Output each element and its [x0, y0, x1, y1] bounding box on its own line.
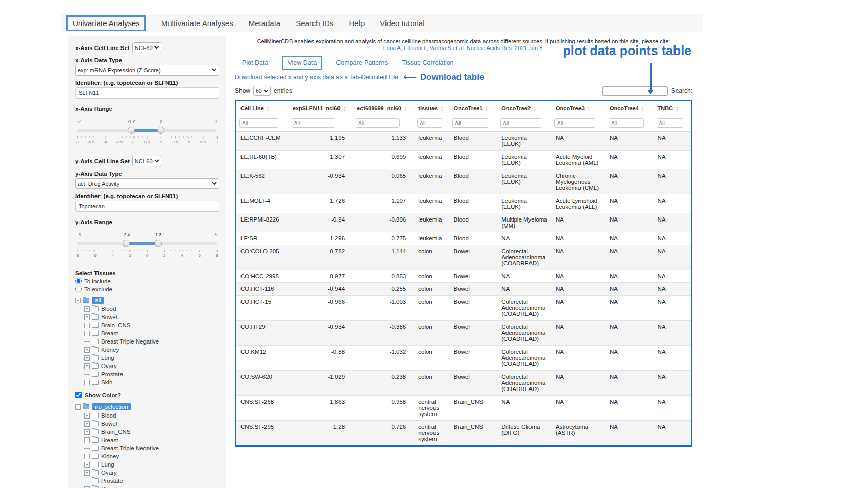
slider-handle-to[interactable] [155, 240, 162, 247]
x-range-slider[interactable]: -78-1.22-7-5.5-4-2.5-10.523.556.58 [77, 119, 217, 148]
tab-tissue-correlation[interactable]: Tissue Correlation [402, 59, 454, 66]
table-row[interactable]: LE:K-562-0.9340.065leukemiaBloodLeukemia… [236, 169, 691, 194]
column-filter-input[interactable] [657, 118, 683, 128]
tree-expand-icon[interactable]: + [84, 355, 90, 361]
tree-root-label[interactable]: no_selection [92, 403, 131, 410]
tree-item-lung[interactable]: +Lung [84, 355, 219, 361]
column-header-oncotree3[interactable]: OncoTree3▲▼ [551, 101, 606, 116]
show-color-checkbox[interactable]: Show Color? [75, 392, 219, 398]
tree-item-brain_cns[interactable]: +Brain_CNS [84, 429, 219, 435]
sort-icon[interactable]: ▲▼ [533, 106, 536, 112]
column-filter-input[interactable] [356, 118, 400, 128]
table-row[interactable]: LE:CCRF-CEM1.1951.133leukemiaBloodLeukem… [236, 132, 691, 151]
column-header-oncotree2[interactable]: OncoTree2▲▼ [497, 101, 551, 116]
tree-item-prostate[interactable]: Prostate [84, 478, 219, 484]
tree-expand-icon[interactable]: + [84, 314, 90, 320]
entries-select[interactable]: 60 [253, 86, 271, 96]
table-row[interactable]: LE:RPMI-8226-0.94-0.806leukemiaBloodMult… [236, 213, 691, 232]
sort-icon[interactable]: ▲▼ [343, 106, 346, 112]
tree-item-blood[interactable]: +Blood [84, 306, 219, 312]
table-row[interactable]: CO:HCT-15-0.966-1.003colonBowelColorecta… [236, 296, 691, 321]
table-row[interactable]: CO:HCT-116-0.9440.255colonBowelNANANANA [236, 283, 691, 296]
sort-icon[interactable]: ▲▼ [404, 106, 407, 112]
table-row[interactable]: LE:HL-60(TB)1.3070.699leukemiaBloodLeuke… [236, 151, 691, 169]
tree-item-skin[interactable]: +Skin [84, 486, 219, 488]
table-search-input[interactable] [602, 86, 668, 96]
sort-icon[interactable]: ▲▼ [641, 106, 644, 112]
column-header-oncotree1[interactable]: OncoTree1▲▼ [449, 101, 497, 116]
tree-root-label[interactable]: all [92, 297, 104, 304]
column-filter-input[interactable] [500, 118, 541, 128]
table-row[interactable]: CO:HCC-2998-0.977-0.853colonBowelNANANAN… [236, 270, 691, 283]
column-header-oncotree4[interactable]: OncoTree4▲▼ [606, 101, 654, 116]
table-row[interactable]: CNS:SF-2681.8630.958central nervous syst… [236, 396, 691, 421]
tree-item-ovary[interactable]: +Ovary [84, 363, 219, 369]
column-header-tissues[interactable]: tissues▲▼ [414, 101, 449, 116]
column-filter-input[interactable] [554, 118, 595, 128]
tree-item-breast-triple-negative[interactable]: Breast Triple Negative [84, 338, 219, 345]
sort-icon[interactable]: ▲▼ [485, 106, 488, 112]
citation-link[interactable]: Luna A, Elloumi F, Varma S et al. Nuclei… [383, 45, 544, 51]
tree-expand-icon[interactable]: + [84, 347, 90, 353]
tree-collapse-icon[interactable]: − [75, 404, 81, 410]
slider-handle-from[interactable] [123, 240, 130, 247]
tree-expand-icon[interactable]: + [84, 462, 90, 468]
x-identifier-input[interactable] [75, 87, 219, 99]
tree-expand-icon[interactable]: + [84, 331, 90, 336]
tree-expand-icon[interactable]: + [84, 486, 90, 488]
slider-handle-from[interactable] [128, 127, 135, 134]
tree-collapse-icon[interactable]: − [75, 298, 81, 303]
download-link[interactable]: Download selected x and y axis data as a… [235, 74, 398, 81]
tree-item-kidney[interactable]: +Kidney [84, 453, 219, 459]
y-data-type-select[interactable]: act: Drug Activity [75, 178, 219, 189]
sort-icon[interactable]: ▲▼ [587, 106, 590, 112]
tree-item-ovary[interactable]: +Ovary [84, 470, 219, 476]
sort-icon[interactable]: ▲▼ [267, 106, 270, 112]
column-header-tnbc[interactable]: TNBC▲▼ [654, 101, 691, 116]
slider-range-bar[interactable] [126, 242, 158, 245]
slider-range-bar[interactable] [131, 129, 161, 132]
exclude-radio-input[interactable] [75, 286, 82, 292]
tree-item-breast-triple-negative[interactable]: Breast Triple Negative [84, 445, 219, 451]
sort-icon[interactable]: ▲▼ [440, 106, 443, 112]
tree-item-prostate[interactable]: Prostate [84, 371, 219, 377]
tree-expand-icon[interactable]: + [84, 413, 90, 419]
tree-expand-icon[interactable]: + [84, 421, 90, 427]
nav-item-search-ids[interactable]: Search IDs [296, 19, 333, 28]
tree-expand-icon[interactable]: + [84, 306, 90, 312]
tree-item-breast[interactable]: +Breast [84, 330, 219, 336]
column-filter-input[interactable] [292, 118, 335, 128]
tree-expand-icon[interactable]: + [84, 470, 90, 476]
column-filter-input[interactable] [609, 118, 644, 128]
table-row[interactable]: CNS:SF-2951.280.726central nervous syste… [236, 421, 691, 446]
tab-plot-data[interactable]: Plot Data [242, 59, 268, 66]
y-identifier-input[interactable] [75, 201, 219, 212]
table-row[interactable]: LE:SR1.2960.775leukemiaBloodNANANANA [236, 232, 691, 245]
sort-icon[interactable]: ▲▼ [676, 106, 679, 112]
y-range-slider[interactable]: -88-2.41.3-8-6-4-202468 [77, 232, 217, 261]
tree-expand-icon[interactable]: + [84, 454, 90, 459]
tree-item-lung[interactable]: +Lung [84, 461, 219, 468]
tree-item-blood[interactable]: +Blood [84, 412, 219, 419]
table-row[interactable]: LE:MOLT-41.7261.107leukemiaBloodLeukemia… [236, 194, 691, 213]
column-filter-input[interactable] [417, 118, 442, 128]
nav-item-univariate-analyses[interactable]: Univariate Analyses [66, 15, 146, 31]
column-header-expslfn11_nci60[interactable]: expSLFN11_nci60▲▼ [288, 101, 353, 116]
tissues-include-radio[interactable]: To include [75, 278, 219, 284]
tree-item-bowel[interactable]: +Bowel [84, 314, 219, 320]
tree-item-kidney[interactable]: +Kidney [84, 347, 219, 353]
column-filter-input[interactable] [452, 118, 488, 128]
tree-item-breast[interactable]: +Breast [84, 437, 219, 443]
nav-item-multivariate-analyses[interactable]: Multivariate Analyses [161, 19, 233, 28]
tree-item-bowel[interactable]: +Bowel [84, 421, 219, 427]
x-data-type-select[interactable]: exp: mRNA Expression (Z-Score) [75, 65, 219, 76]
tree-item-brain_cns[interactable]: +Brain_CNS [84, 322, 219, 328]
tab-compare-patterns[interactable]: Compare Patterns [336, 59, 388, 66]
column-header-cell-line[interactable]: Cell Line▲▼ [236, 101, 288, 116]
x-cell-line-set-select[interactable]: NCI-60 [132, 42, 161, 53]
table-row[interactable]: CO:HT29-0.934-0.386colonBowelColorectal … [236, 321, 691, 346]
y-cell-line-set-select[interactable]: NCI-60 [132, 156, 161, 166]
tissues-exclude-radio[interactable]: To exclude [75, 286, 219, 292]
tree-expand-icon[interactable]: + [84, 380, 90, 385]
table-row[interactable]: CO:COLO 205-0.782-1.144colonBowelColorec… [236, 245, 691, 270]
